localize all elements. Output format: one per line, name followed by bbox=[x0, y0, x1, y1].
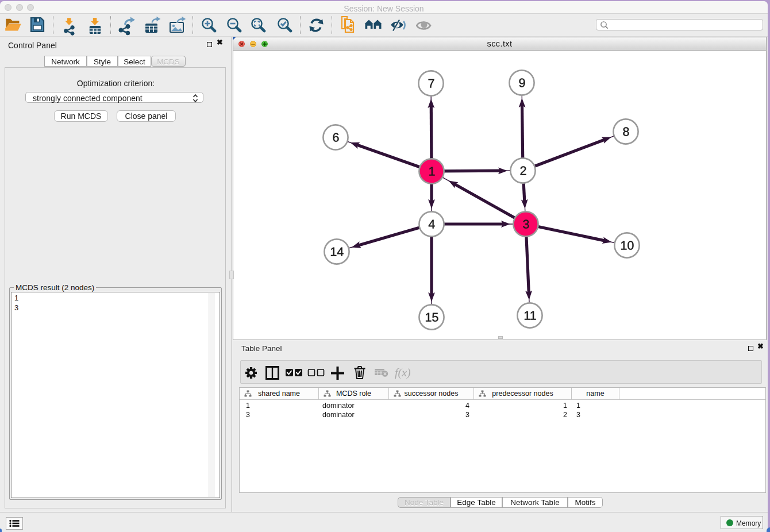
svg-text:f(x): f(x) bbox=[395, 367, 411, 379]
